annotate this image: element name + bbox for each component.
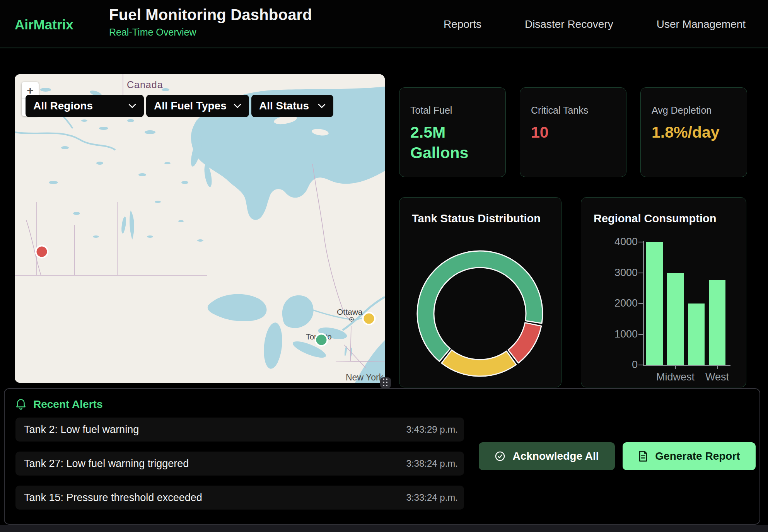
alerts-title: Recent Alerts xyxy=(33,398,102,411)
top-navigation: Reports Disaster Recovery User Managemen… xyxy=(444,0,746,48)
check-circle-icon xyxy=(495,451,505,462)
kpi-label: Critical Tanks xyxy=(531,105,615,116)
y-axis xyxy=(643,241,644,366)
y-tick-label: 4000 xyxy=(588,236,638,248)
y-tick-label: 1000 xyxy=(588,328,638,340)
map-label-city-us: New York xyxy=(346,372,384,382)
chevron-down-icon xyxy=(318,104,326,108)
x-tick-mark xyxy=(717,365,718,369)
regional-consumption-bar-chart: 01000200030004000MidwestWest xyxy=(581,198,746,387)
region-filter-dropdown[interactable]: All Regions xyxy=(26,95,144,117)
charts-row: Tank Status Distribution Regional Consum… xyxy=(399,197,746,387)
tank-status-donut-chart xyxy=(399,198,562,388)
acknowledge-all-button[interactable]: Acknowledge All xyxy=(479,442,615,470)
kpi-value: 1.8%/day xyxy=(652,122,725,143)
generate-report-button[interactable]: Generate Report xyxy=(623,442,756,470)
kpi-row: Total Fuel 2.5M Gallons Critical Tanks 1… xyxy=(399,87,747,177)
fuel-type-filter-label: All Fuel Types xyxy=(154,100,227,112)
page-subtitle: Real-Time Overview xyxy=(109,27,312,38)
fuel-type-filter-dropdown[interactable]: All Fuel Types xyxy=(146,95,249,117)
y-tick-mark xyxy=(638,242,643,242)
app-logo: AirMatrix xyxy=(15,17,73,32)
kpi-label: Avg Depletion xyxy=(652,105,736,116)
alert-message: Tank 15: Pressure threshold exceeded xyxy=(24,492,202,504)
kpi-card-total-fuel: Total Fuel 2.5M Gallons xyxy=(399,87,506,177)
x-tick-mark xyxy=(675,365,676,369)
map-canvas[interactable]: Canada Ottawa Toronto New York + − All R… xyxy=(15,74,385,383)
x-tick-label: West xyxy=(686,371,748,383)
alert-row[interactable]: Tank 15: Pressure threshold exceeded 3:3… xyxy=(15,486,464,510)
bar-midwest xyxy=(667,273,684,365)
y-tick-label: 0 xyxy=(588,359,638,371)
y-tick-mark xyxy=(638,273,643,273)
kpi-value: 10 xyxy=(531,122,604,143)
alert-timestamp: 3:38:24 p.m. xyxy=(406,458,458,469)
kpi-card-critical-tanks: Critical Tanks 10 xyxy=(520,87,626,177)
nav-item-user-management[interactable]: User Management xyxy=(657,18,746,31)
nav-item-reports[interactable]: Reports xyxy=(444,18,481,31)
y-tick-mark xyxy=(638,334,643,335)
status-filter-label: All Status xyxy=(259,100,309,112)
recent-alerts-panel: Recent Alerts Tank 2: Low fuel warning 3… xyxy=(4,388,760,525)
bell-icon xyxy=(15,398,26,411)
page-title: Fuel Monitoring Dashboard xyxy=(109,6,312,24)
critical-tank-marker[interactable] xyxy=(36,246,48,258)
map-svg: Canada Ottawa Toronto New York xyxy=(15,74,385,383)
normal-tank-marker[interactable] xyxy=(316,334,328,346)
kpi-value: 2.5M Gallons xyxy=(410,122,484,164)
alert-message: Tank 2: Low fuel warning xyxy=(24,424,139,436)
map-section: Canada Ottawa Toronto New York + − All R… xyxy=(15,74,385,383)
map-label-capital: Ottawa xyxy=(337,307,363,316)
alert-row[interactable]: Tank 2: Low fuel warning 3:43:29 p.m. xyxy=(15,418,464,442)
chevron-down-icon xyxy=(128,104,136,108)
page-bottom-strip xyxy=(0,525,768,532)
donut-segment-critical xyxy=(508,323,541,363)
document-icon xyxy=(638,450,648,462)
kpi-label: Total Fuel xyxy=(410,105,495,116)
y-tick-label: 3000 xyxy=(588,267,638,279)
bar-south xyxy=(688,304,705,365)
regional-consumption-chart-card: Regional Consumption 01000200030004000Mi… xyxy=(581,197,746,387)
y-tick-label: 2000 xyxy=(588,297,638,309)
ottawa-town-dot-center xyxy=(351,319,352,320)
title-block: Fuel Monitoring Dashboard Real-Time Over… xyxy=(109,6,312,38)
region-filter-label: All Regions xyxy=(33,100,93,112)
status-filter-dropdown[interactable]: All Status xyxy=(251,95,333,117)
nav-item-disaster-recovery[interactable]: Disaster Recovery xyxy=(525,18,613,31)
alerts-header: Recent Alerts xyxy=(15,398,102,411)
generate-report-label: Generate Report xyxy=(655,450,740,462)
y-tick-mark xyxy=(638,365,643,365)
alert-timestamp: 3:43:29 p.m. xyxy=(406,424,458,435)
chevron-down-icon xyxy=(234,104,241,108)
map-label-country: Canada xyxy=(127,79,163,90)
bar-west xyxy=(709,280,725,365)
y-tick-mark xyxy=(638,303,643,304)
alert-message: Tank 27: Low fuel warning triggered xyxy=(24,458,189,470)
acknowledge-all-label: Acknowledge All xyxy=(512,450,599,462)
bar-northeast xyxy=(646,242,663,365)
kpi-card-avg-depletion: Avg Depletion 1.8%/day xyxy=(640,87,747,177)
map-filters: All Regions All Fuel Types All Status xyxy=(26,95,333,117)
donut-segment-warning xyxy=(442,350,516,376)
alert-timestamp: 3:33:24 p.m. xyxy=(406,492,458,503)
alert-row[interactable]: Tank 27: Low fuel warning triggered 3:38… xyxy=(15,452,464,476)
tank-status-chart-card: Tank Status Distribution xyxy=(399,197,561,387)
warning-tank-marker[interactable] xyxy=(363,313,375,325)
map-resize-handle[interactable] xyxy=(380,377,391,388)
app-header: AirMatrix Fuel Monitoring Dashboard Real… xyxy=(0,0,768,48)
